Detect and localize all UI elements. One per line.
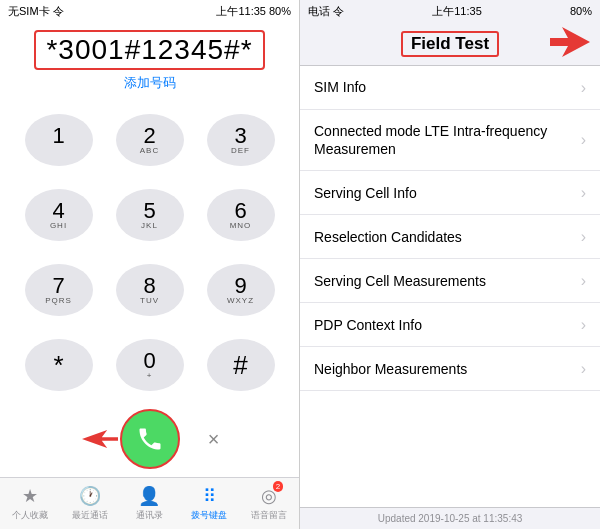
dial-btn-8[interactable]: 8 TUV <box>116 264 184 316</box>
carrier-left: 无SIM卡 令 <box>8 4 64 19</box>
contacts-icon: 👤 <box>138 485 160 507</box>
footer-text: Updated 2019-10-25 at 11:35:43 <box>378 513 523 524</box>
menu-label-serving-cell-measurements: Serving Cell Measurements <box>314 272 575 290</box>
carrier-right: 电话 令 <box>308 4 344 19</box>
left-panel: 无SIM卡 令 上午11:35 80% *3001#12345#* 添加号码 1… <box>0 0 300 529</box>
dial-btn-5[interactable]: 5 JKL <box>116 189 184 241</box>
arrow-call-icon <box>82 421 118 457</box>
svg-marker-1 <box>550 27 590 57</box>
dial-btn-hash[interactable]: # <box>207 339 275 391</box>
right-footer: Updated 2019-10-25 at 11:35:43 <box>300 507 600 529</box>
bottom-nav: ★ 个人收藏 🕐 最近通话 👤 通讯录 ⠿ 拨号键盘 ◎2 语音留言 <box>0 477 299 529</box>
favorites-icon: ★ <box>22 485 38 507</box>
menu-list: SIM Info › Connected mode LTE Intra-freq… <box>300 66 600 507</box>
battery-left: 80% <box>269 5 291 17</box>
status-bar-right: 电话 令 上午11:35 80% <box>300 0 600 22</box>
right-panel: 电话 令 上午11:35 80% Field Test SIM Info › C… <box>300 0 600 529</box>
arrow-title <box>550 27 590 61</box>
nav-label-keypad: 拨号键盘 <box>191 509 227 522</box>
nav-item-voicemail[interactable]: ◎2 语音留言 <box>239 485 299 522</box>
recents-icon: 🕐 <box>79 485 101 507</box>
call-button[interactable] <box>120 409 180 469</box>
menu-label-neighbor-measurements: Neighbor Measurements <box>314 360 575 378</box>
dial-btn-0[interactable]: 0 + <box>116 339 184 391</box>
menu-label-sim-info: SIM Info <box>314 78 575 96</box>
dialpad: 1 2 ABC 3 DEF 4 GHI 5 JKL 6 MNO 7 PQRS <box>0 102 299 403</box>
dial-btn-3[interactable]: 3 DEF <box>207 114 275 166</box>
dial-btn-7[interactable]: 7 PQRS <box>25 264 93 316</box>
nav-label-voicemail: 语音留言 <box>251 509 287 522</box>
nav-bar: Field Test <box>300 22 600 66</box>
dial-btn-1[interactable]: 1 <box>25 114 93 166</box>
menu-label-reselection: Reselection Candidates <box>314 228 575 246</box>
nav-label-recents: 最近通话 <box>72 509 108 522</box>
time-right: 上午11:35 <box>432 4 482 19</box>
voicemail-badge: 2 <box>273 481 283 492</box>
menu-label-pdp: PDP Context Info <box>314 316 575 334</box>
status-right-group: 上午11:35 80% <box>216 4 291 19</box>
nav-item-keypad[interactable]: ⠿ 拨号键盘 <box>179 485 239 522</box>
call-btn-wrapper <box>120 409 180 469</box>
action-row: × <box>0 403 299 477</box>
svg-marker-0 <box>82 430 118 448</box>
dial-btn-9[interactable]: 9 WXYZ <box>207 264 275 316</box>
menu-label-serving-cell-info: Serving Cell Info <box>314 184 575 202</box>
chevron-icon: › <box>581 184 586 202</box>
delete-button[interactable]: × <box>196 421 232 457</box>
dial-btn-2[interactable]: 2 ABC <box>116 114 184 166</box>
status-left-group: 无SIM卡 令 <box>8 4 64 19</box>
nav-label-favorites: 个人收藏 <box>12 509 48 522</box>
status-bar-left: 无SIM卡 令 上午11:35 80% <box>0 0 299 22</box>
chevron-icon: › <box>581 316 586 334</box>
voicemail-icon: ◎2 <box>261 485 277 507</box>
nav-label-contacts: 通讯录 <box>136 509 163 522</box>
chevron-icon: › <box>581 360 586 378</box>
nav-item-recents[interactable]: 🕐 最近通话 <box>60 485 120 522</box>
dial-number-display: *3001#12345#* <box>34 30 264 70</box>
add-number-link[interactable]: 添加号码 <box>124 74 176 92</box>
menu-item-lte[interactable]: Connected mode LTE Intra-frequency Measu… <box>300 110 600 171</box>
menu-item-serving-cell-measurements[interactable]: Serving Cell Measurements › <box>300 259 600 303</box>
battery-right: 80% <box>570 5 592 17</box>
phone-icon <box>136 425 164 453</box>
time-left: 上午11:35 <box>216 4 266 19</box>
keypad-icon: ⠿ <box>203 485 216 507</box>
dial-btn-6[interactable]: 6 MNO <box>207 189 275 241</box>
menu-item-pdp[interactable]: PDP Context Info › <box>300 303 600 347</box>
chevron-icon: › <box>581 228 586 246</box>
nav-item-contacts[interactable]: 👤 通讯录 <box>120 485 180 522</box>
menu-item-neighbor-measurements[interactable]: Neighbor Measurements › <box>300 347 600 391</box>
menu-item-serving-cell-info[interactable]: Serving Cell Info › <box>300 171 600 215</box>
page-title: Field Test <box>401 31 499 57</box>
dial-btn-4[interactable]: 4 GHI <box>25 189 93 241</box>
nav-item-favorites[interactable]: ★ 个人收藏 <box>0 485 60 522</box>
chevron-icon: › <box>581 272 586 290</box>
menu-item-sim-info[interactable]: SIM Info › <box>300 66 600 110</box>
chevron-icon: › <box>581 131 586 149</box>
chevron-icon: › <box>581 79 586 97</box>
menu-label-lte: Connected mode LTE Intra-frequency Measu… <box>314 122 575 158</box>
dial-input-area: *3001#12345#* 添加号码 <box>0 22 299 102</box>
menu-item-reselection[interactable]: Reselection Candidates › <box>300 215 600 259</box>
dial-btn-star[interactable]: * <box>25 339 93 391</box>
